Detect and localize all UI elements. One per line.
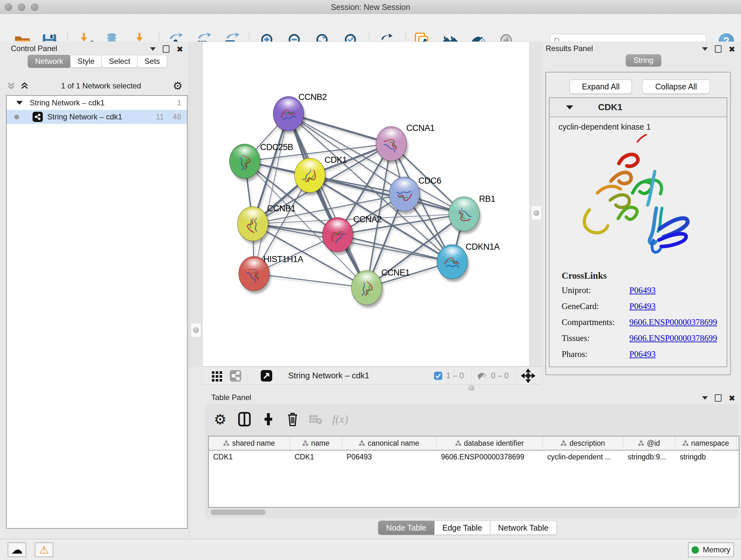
network-collection-row[interactable]: String Network – cdk1 1: [7, 96, 187, 110]
crosslink-row: Pharos:P06493: [562, 349, 717, 359]
delete-column-icon[interactable]: [285, 412, 300, 427]
crosslink-label: Pharos:: [562, 349, 629, 359]
float-panel-icon[interactable]: [702, 47, 708, 51]
expand-all-button[interactable]: Expand All: [569, 79, 632, 94]
table-cell: CDK1: [209, 450, 290, 463]
network-row[interactable]: String Network – cdk1 11 48: [7, 110, 187, 124]
crosslink-link[interactable]: 9606.ENSP00000378699: [629, 317, 717, 327]
cytoscape-window: Session: New Session: [0, 0, 741, 560]
node-CDKN1A[interactable]: [437, 245, 469, 282]
tab-sets[interactable]: Sets: [137, 55, 167, 68]
gene-name: CDK1: [598, 102, 622, 112]
crosslink-link[interactable]: 9606.ENSP00000378699: [629, 333, 717, 343]
column-header-shared-name[interactable]: shared name: [209, 436, 290, 450]
float-panel-icon[interactable]: [702, 396, 708, 400]
hidden-eye-icon[interactable]: [476, 371, 488, 381]
close-panel-icon[interactable]: ✖: [177, 46, 183, 52]
crosslink-row: GeneCard:P06493: [562, 301, 717, 311]
hidden-counts: 0 – 0: [491, 371, 509, 380]
node-CDC25B[interactable]: [229, 144, 262, 181]
grid-mode-icon[interactable]: [211, 369, 223, 382]
memory-button[interactable]: Memory: [688, 543, 734, 557]
node-label-CCNE1: CCNE1: [381, 268, 410, 277]
network-badge-icon[interactable]: [229, 369, 242, 382]
node-CCNA2[interactable]: [322, 217, 354, 255]
crosslink-link[interactable]: P06493: [629, 301, 656, 311]
right-splitter[interactable]: [530, 42, 543, 367]
network-options-gear-icon[interactable]: ⚙: [173, 81, 183, 91]
tab-edge-table[interactable]: Edge Table: [434, 521, 490, 535]
node-label-CCNB1: CCNB1: [267, 204, 295, 213]
network-view-canvas[interactable]: CCNB2CCNA1CDC25BCDK1CDC6RB1CCNB1CCNA2CDK…: [202, 42, 529, 367]
collapse-all-button[interactable]: Collapse All: [642, 79, 710, 94]
column-header-description[interactable]: description: [543, 436, 623, 450]
float-panel-icon[interactable]: [150, 47, 156, 51]
selected-counts: 1 – 0: [446, 371, 464, 380]
crosslink-row: Compartments:9606.ENSP00000378699: [562, 317, 717, 327]
tab-node-table[interactable]: Node Table: [378, 521, 434, 535]
tab-string[interactable]: String: [626, 54, 661, 66]
table-cell: CDK1: [290, 450, 342, 463]
node-label-CCNB2: CCNB2: [298, 92, 327, 102]
control-panel-tabs: Network Style Select Sets: [28, 55, 167, 68]
birdseye-toggle-icon[interactable]: [260, 369, 273, 382]
crosslink-row: Uniprot:P06493: [562, 286, 717, 295]
collapse-all-icon[interactable]: [6, 81, 16, 91]
table-tabs: Node Table Edge Table Network Table: [378, 521, 556, 535]
pan-crosshair-icon[interactable]: [521, 369, 535, 383]
tab-style[interactable]: Style: [70, 55, 102, 68]
network-edge-count: 48: [173, 112, 181, 121]
close-panel-icon[interactable]: ✖: [729, 46, 735, 52]
close-panel-icon[interactable]: ✖: [729, 395, 735, 401]
crosslink-label: Uniprot:: [562, 286, 629, 295]
undock-panel-icon[interactable]: [163, 45, 170, 53]
table-row[interactable]: CDK1CDK1P064939606.ENSP00000378699cyclin…: [209, 450, 739, 463]
network-view-title: String Network – cdk1: [288, 371, 369, 381]
collection-label: String Network – cdk1: [30, 98, 105, 107]
protein-structure-image: [559, 133, 719, 267]
warning-icon: ⚠: [39, 544, 49, 556]
undock-panel-icon[interactable]: [715, 45, 722, 53]
gene-expander-icon[interactable]: [566, 105, 573, 110]
delete-table-icon: [308, 412, 323, 427]
node-label-CCNA2: CCNA2: [353, 214, 382, 224]
undock-panel-icon[interactable]: [715, 394, 722, 401]
node-label-HIST1H1A: HIST1H1A: [263, 254, 304, 264]
collection-expander-icon[interactable]: [16, 101, 23, 105]
column-header-canonical-name[interactable]: canonical name: [342, 436, 436, 450]
string-results-box: Expand All Collapse All CDK1 cyclin-depe…: [545, 72, 731, 375]
cloud-status-button[interactable]: ☁: [8, 543, 26, 557]
crosslink-link[interactable]: P06493: [629, 286, 656, 295]
scrollbar-thumb[interactable]: [211, 509, 266, 515]
title-bar: Session: New Session: [0, 0, 741, 14]
column-header-database-identifier[interactable]: database identifier: [436, 436, 543, 450]
warnings-button[interactable]: ⚠: [35, 543, 53, 557]
table-panel: Table Panel ✖ ⚙ f(x) shared na: [202, 390, 741, 538]
column-header-name[interactable]: name: [290, 436, 342, 450]
status-bar: ☁ ⚠ Memory: [0, 539, 741, 560]
crosslink-label: Compartments:: [562, 317, 629, 327]
node-RB1[interactable]: [449, 197, 481, 234]
left-splitter[interactable]: [189, 42, 202, 367]
crosslink-link[interactable]: P06493: [629, 349, 656, 359]
node-CDK1[interactable]: [294, 158, 327, 195]
node-label-CDK1: CDK1: [325, 155, 347, 165]
results-panel-title: Results Panel: [546, 44, 593, 53]
table-h-scrollbar: [208, 509, 739, 516]
cloud-icon: ☁: [11, 544, 23, 556]
node-CCNA1[interactable]: [376, 126, 408, 164]
table-cell: stringdb:9...: [623, 450, 675, 463]
node-label-CDC25B: CDC25B: [260, 142, 293, 152]
selected-checkbox-icon[interactable]: [433, 371, 443, 381]
node-CCNE1[interactable]: [351, 270, 384, 308]
tab-select[interactable]: Select: [102, 55, 138, 68]
column-header--id[interactable]: @id: [623, 436, 675, 450]
tab-network[interactable]: Network: [28, 55, 71, 68]
gene-card-header[interactable]: CDK1: [549, 98, 727, 117]
show-columns-icon[interactable]: [237, 412, 252, 427]
create-column-icon[interactable]: [261, 412, 276, 427]
expand-all-icon[interactable]: [20, 81, 29, 91]
tab-network-table[interactable]: Network Table: [490, 521, 556, 535]
table-options-gear-icon[interactable]: ⚙: [213, 412, 227, 427]
column-header-namespace[interactable]: namespace: [675, 436, 737, 450]
